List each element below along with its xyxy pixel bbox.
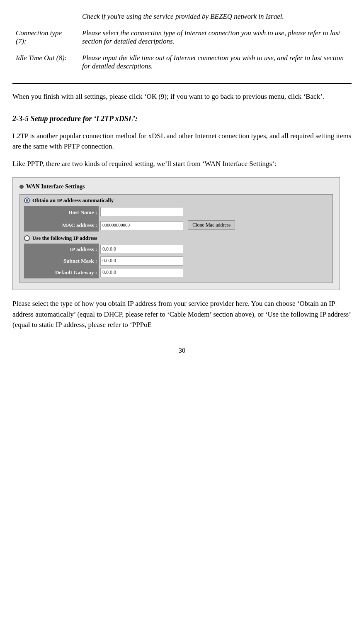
- wan-interface-box: WAN Interface Settings Obtain an IP addr…: [12, 177, 340, 290]
- obtain-ip-label: Obtain an IP address automatically: [32, 197, 114, 204]
- bezeq-desc: Check if you're using the service provid…: [79, 8, 352, 25]
- default-gateway-row: Default Gateway : 0.0.0.0: [24, 267, 328, 278]
- static-ip-fields-table: IP address : 0.0.0.0 Subnet Mask : 0.0.0…: [24, 244, 328, 278]
- obtain-ip-radio[interactable]: [24, 198, 30, 203]
- wan-inner-panel: Obtain an IP address automatically Host …: [19, 194, 333, 283]
- host-name-input-cell: [99, 206, 328, 219]
- subnet-mask-row: Subnet Mask : 0.0.0.0: [24, 255, 328, 267]
- l2tp-description-2: Like PPTP, there are two kinds of requir…: [12, 159, 352, 169]
- use-following-ip-label: Use the following IP address: [32, 235, 97, 241]
- subnet-mask-input-cell: 0.0.0.0: [99, 255, 328, 267]
- section-heading: 2-3-5 Setup procedure for ‘L2TP xDSL’:: [12, 114, 352, 124]
- obtain-ip-row: Obtain an IP address automatically: [24, 197, 328, 204]
- ok-instruction-text: When you finish with all settings, pleas…: [12, 91, 352, 102]
- idle-time-label: Idle Time Out (8):: [12, 50, 79, 75]
- subnet-mask-input[interactable]: 0.0.0.0: [100, 256, 183, 266]
- page-content: Check if you're using the service provid…: [12, 8, 352, 354]
- description-table: Check if you're using the service provid…: [12, 8, 352, 75]
- mac-address-input-cell: 000000000000 Clone Mac address: [99, 219, 328, 232]
- wan-box-title: WAN Interface Settings: [19, 183, 333, 190]
- ip-address-input[interactable]: 0.0.0.0: [100, 245, 183, 254]
- page-number: 30: [12, 347, 352, 354]
- mac-address-label: MAC address :: [24, 219, 99, 232]
- bottom-description-text: Please select the type of how you obtain…: [12, 298, 352, 330]
- default-gateway-input-cell: 0.0.0.0: [99, 267, 328, 278]
- wan-title-text: WAN Interface Settings: [26, 183, 85, 190]
- use-following-ip-radio[interactable]: [24, 235, 30, 241]
- default-gateway-input[interactable]: 0.0.0.0: [100, 268, 183, 277]
- connection-type-desc: Please select the connection type of Int…: [79, 25, 352, 50]
- ip-address-input-cell: 0.0.0.0: [99, 244, 328, 255]
- host-name-label: Host Name :: [24, 206, 99, 219]
- idle-time-desc: Please input the idle time out of Intern…: [79, 50, 352, 75]
- subnet-mask-label: Subnet Mask :: [24, 255, 99, 267]
- connection-type-label: Connection type (7):: [12, 25, 79, 50]
- default-gateway-label: Default Gateway :: [24, 267, 99, 278]
- ip-address-row: IP address : 0.0.0.0: [24, 244, 328, 255]
- auto-ip-fields-table: Host Name : MAC address : 000000000000 C…: [24, 206, 328, 232]
- clone-mac-button[interactable]: Clone Mac address: [188, 220, 235, 230]
- bullet-icon: [19, 185, 24, 189]
- host-name-input[interactable]: [100, 207, 183, 216]
- host-name-row: Host Name :: [24, 206, 328, 219]
- bezeq-label-cell: [12, 8, 79, 25]
- use-following-ip-row: Use the following IP address: [24, 235, 328, 241]
- mac-address-input[interactable]: 000000000000: [100, 221, 183, 230]
- mac-address-row: MAC address : 000000000000 Clone Mac add…: [24, 219, 328, 232]
- ip-address-label: IP address :: [24, 244, 99, 255]
- l2tp-description-1: L2TP is another popular connection metho…: [12, 131, 352, 152]
- table-divider: [12, 83, 352, 84]
